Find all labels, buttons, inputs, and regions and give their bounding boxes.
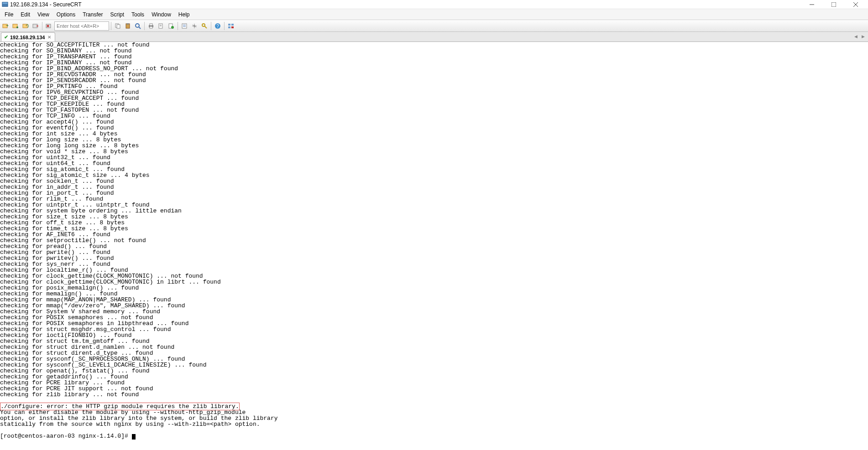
svg-point-29 [171, 26, 174, 29]
terminal-line: checking for socklen_t ... found [0, 178, 868, 184]
toolbar-separator [178, 22, 178, 30]
window-list-icon[interactable] [226, 21, 235, 31]
terminal-line: checking for in_addr_t ... found [0, 184, 868, 190]
settings-icon[interactable] [190, 21, 199, 31]
terminal-line: checking for accept4() ... found [0, 119, 868, 125]
terminal-line: checking for getaddrinfo() ... found [0, 374, 868, 380]
find-icon[interactable] [133, 21, 142, 31]
title-bar: 192.168.29.134 - SecureCRT [0, 0, 868, 9]
close-button[interactable] [849, 0, 863, 9]
host-input[interactable] [54, 21, 109, 31]
toolbar-separator [211, 22, 211, 30]
terminal-line: checking for sys_nerr ... found [0, 261, 868, 267]
maximize-button[interactable] [827, 0, 841, 9]
toolbar-separator [224, 22, 225, 30]
disconnect-all-icon[interactable] [44, 21, 53, 31]
terminal-line: checking for in_port_t ... found [0, 190, 868, 196]
reconnect-icon[interactable] [21, 21, 30, 31]
menu-transfer[interactable]: Transfer [79, 10, 106, 19]
menu-window[interactable]: Window [148, 10, 175, 19]
terminal-line: checking for eventfd() ... found [0, 125, 868, 131]
tab-nav: ◀ ▶ [852, 33, 866, 40]
toolbar-separator [144, 22, 145, 30]
terminal-line: checking for pwritev() ... found [0, 255, 868, 261]
connect-icon[interactable] [11, 21, 20, 31]
svg-line-35 [204, 26, 207, 28]
terminal-line: checking for void * size ... 8 bytes [0, 149, 868, 155]
terminal-line: checking for TCP_FASTOPEN ... not found [0, 107, 868, 113]
svg-rect-41 [231, 26, 234, 28]
svg-rect-6 [3, 24, 7, 28]
terminal-line: checking for uint32_t ... found [0, 155, 868, 160]
menu-options[interactable]: Options [53, 10, 79, 19]
key-icon[interactable] [200, 21, 209, 31]
terminal-line: checking for openat(), fstatat() ... fou… [0, 368, 868, 374]
svg-line-21 [139, 27, 141, 29]
terminal-prompt: [root@centos-aaron-03 nginx-1.14.0]# [0, 433, 868, 439]
window-controls [805, 0, 866, 9]
print-icon[interactable] [146, 21, 156, 31]
svg-point-33 [193, 25, 195, 27]
tab-close-icon[interactable]: ✕ [47, 35, 52, 40]
new-session-icon[interactable] [167, 21, 176, 31]
help-icon[interactable]: ? [213, 21, 222, 31]
svg-rect-40 [228, 26, 230, 28]
minimize-button[interactable] [805, 0, 819, 9]
terminal-line: checking for system byte ordering ... li… [0, 208, 868, 214]
svg-rect-24 [150, 26, 152, 28]
svg-rect-19 [127, 23, 129, 25]
toolbar: ? [0, 20, 868, 32]
svg-text:?: ? [216, 24, 219, 29]
menu-bar: File Edit View Options Transfer Script T… [0, 9, 868, 20]
svg-rect-1 [3, 2, 8, 4]
svg-point-8 [16, 26, 18, 28]
svg-rect-10 [33, 24, 37, 28]
terminal-line: checking for size_t size ... 8 bytes [0, 214, 868, 220]
terminal-line: checking for sig_atomic_t size ... 4 byt… [0, 172, 868, 178]
terminal-line: checking for time_t size ... 8 bytes [0, 226, 868, 232]
tab-bar: ✔ 192.168.29.134 ✕ ◀ ▶ [0, 32, 868, 42]
paste-icon[interactable] [123, 21, 132, 31]
menu-file[interactable]: File [1, 10, 17, 19]
menu-view[interactable]: View [34, 10, 53, 19]
terminal-line: checking for pread() ... found [0, 243, 868, 249]
svg-rect-39 [231, 24, 234, 26]
terminal[interactable]: checking for SO_ACCEPTFILTER ... not fou… [0, 42, 868, 450]
tab-next-icon[interactable]: ▶ [860, 33, 866, 40]
svg-rect-3 [831, 2, 836, 7]
menu-help[interactable]: Help [175, 10, 193, 19]
quick-connect-icon[interactable] [1, 21, 10, 31]
log-icon[interactable] [157, 21, 166, 31]
terminal-line: checking for setproctitle() ... not foun… [0, 238, 868, 243]
terminal-line: checking for long long size ... 8 bytes [0, 143, 868, 149]
svg-point-20 [136, 24, 139, 27]
terminal-line: checking for IP_SENDSRCADDR ... not foun… [0, 78, 868, 83]
menu-script[interactable]: Script [106, 10, 128, 19]
tab-prev-icon[interactable]: ◀ [852, 33, 859, 40]
session-tab[interactable]: ✔ 192.168.29.134 ✕ [1, 32, 55, 41]
copy-icon[interactable] [113, 21, 122, 31]
terminal-line: statically from the source with nginx by… [0, 421, 868, 427]
toolbar-separator [42, 22, 42, 30]
terminal-line: checking for uint64_t ... found [0, 160, 868, 166]
svg-rect-30 [182, 24, 187, 28]
svg-rect-38 [228, 24, 230, 26]
svg-rect-23 [150, 24, 152, 26]
properties-icon[interactable] [180, 21, 189, 31]
disconnect-icon[interactable] [31, 21, 40, 31]
menu-edit[interactable]: Edit [17, 10, 34, 19]
menu-tools[interactable]: Tools [128, 10, 148, 19]
terminal-line: checking for TCP_INFO ... found [0, 113, 868, 119]
toolbar-separator [111, 22, 111, 30]
terminal-line: checking for posix_memalign() ... found [0, 285, 868, 291]
tab-label: 192.168.29.134 [10, 35, 45, 40]
terminal-line: checking for int size ... 4 bytes [0, 131, 868, 137]
connected-icon: ✔ [4, 34, 8, 40]
terminal-line: checking for TCP_DEFER_ACCEPT ... found [0, 95, 868, 101]
svg-rect-17 [117, 25, 120, 28]
app-icon [2, 1, 8, 8]
cursor [132, 434, 136, 440]
terminal-line: checking for off_t size ... 8 bytes [0, 220, 868, 226]
terminal-line: checking for pwrite() ... found [0, 249, 868, 255]
terminal-line: checking for zlib library ... not found [0, 392, 868, 398]
